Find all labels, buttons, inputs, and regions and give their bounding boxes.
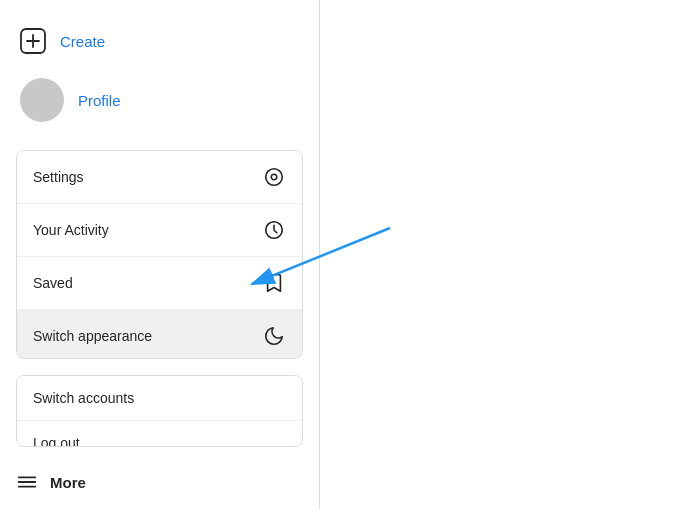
your-activity-label: Your Activity [33,222,109,238]
bookmark-icon [262,271,286,295]
switch-accounts-label: Switch accounts [33,390,134,406]
create-icon [20,28,46,54]
menu-section-main: Settings Your Activity Saved [16,150,303,359]
activity-icon [262,218,286,242]
sidebar-top: Create Profile [0,0,319,142]
create-label: Create [60,33,105,50]
menu-icon [16,471,38,493]
avatar [20,78,64,122]
switch-appearance-label: Switch appearance [33,328,152,344]
menu-item-switch-appearance[interactable]: Switch appearance [17,310,302,359]
more-button[interactable]: More [0,455,319,509]
more-label: More [50,474,86,491]
profile-label: Profile [78,92,121,109]
log-out-label: Log out [33,435,80,447]
moon-icon [262,324,286,348]
menu-section-accounts: Switch accounts Log out [16,375,303,447]
profile-button[interactable]: Profile [16,66,303,134]
menu-item-settings[interactable]: Settings [17,151,302,204]
menu-item-your-activity[interactable]: Your Activity [17,204,302,257]
saved-label: Saved [33,275,73,291]
settings-icon [262,165,286,189]
menu-item-switch-accounts[interactable]: Switch accounts [17,376,302,421]
svg-point-4 [271,174,277,180]
menu-item-log-out[interactable]: Log out [17,421,302,447]
create-button[interactable]: Create [16,16,303,66]
sidebar: Create Profile Settings Your Activity [0,0,320,509]
settings-label: Settings [33,169,84,185]
menu-item-saved[interactable]: Saved [17,257,302,310]
svg-point-3 [266,169,283,186]
